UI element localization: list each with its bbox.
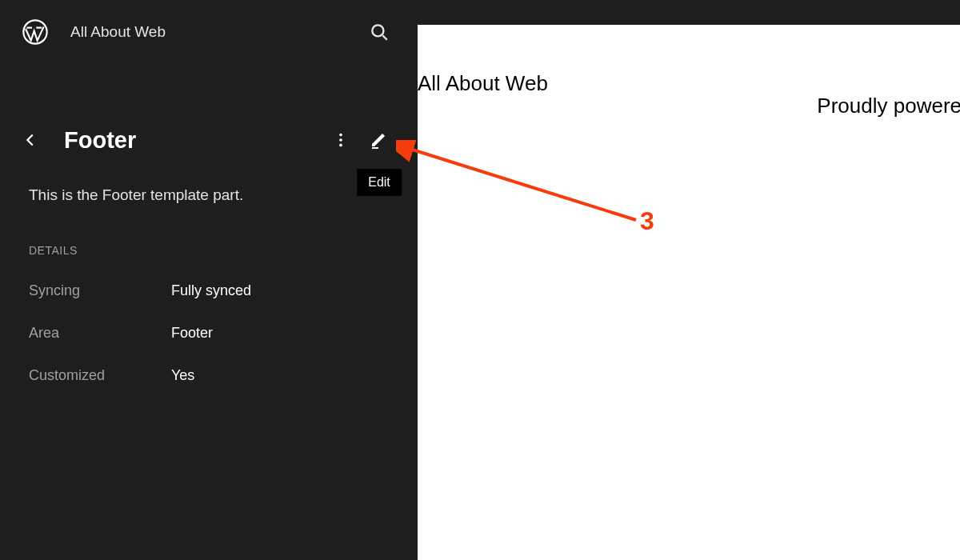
detail-label: Syncing [29, 282, 171, 299]
detail-label: Area [29, 325, 171, 342]
chevron-left-icon [22, 131, 39, 149]
more-options-button[interactable] [325, 124, 357, 156]
detail-label: Customized [29, 367, 171, 384]
edit-tooltip: Edit [357, 169, 402, 196]
detail-value: Fully synced [171, 282, 251, 299]
template-preview: All About Web Proudly powere [418, 25, 960, 560]
svg-line-2 [382, 35, 386, 39]
svg-point-1 [372, 25, 383, 36]
svg-point-5 [339, 144, 342, 147]
site-title: All About Web [70, 23, 363, 41]
svg-point-3 [339, 134, 342, 137]
details-section-label: DETAILS [0, 244, 418, 257]
detail-value: Footer [171, 325, 213, 342]
settings-sidebar: All About Web Footer [0, 0, 418, 560]
preview-site-title: All About Web [418, 71, 960, 96]
back-button[interactable] [14, 124, 46, 156]
detail-row-customized: Customized Yes [0, 367, 418, 384]
panel-description: This is the Footer template part. [0, 186, 418, 204]
detail-row-area: Area Footer [0, 325, 418, 342]
svg-point-4 [339, 138, 342, 142]
detail-value: Yes [171, 367, 194, 384]
pencil-icon [370, 130, 389, 150]
topbar: All About Web [0, 0, 418, 64]
panel-header: Footer Edit [0, 124, 418, 156]
detail-row-syncing: Syncing Fully synced [0, 282, 418, 299]
search-button[interactable] [363, 16, 395, 48]
wordpress-logo-icon[interactable] [22, 19, 48, 45]
edit-button[interactable]: Edit [363, 124, 395, 156]
preview-credit: Proudly powere [817, 94, 960, 118]
page-title: Footer [64, 127, 318, 154]
search-icon [369, 22, 390, 42]
more-vertical-icon [332, 131, 350, 149]
